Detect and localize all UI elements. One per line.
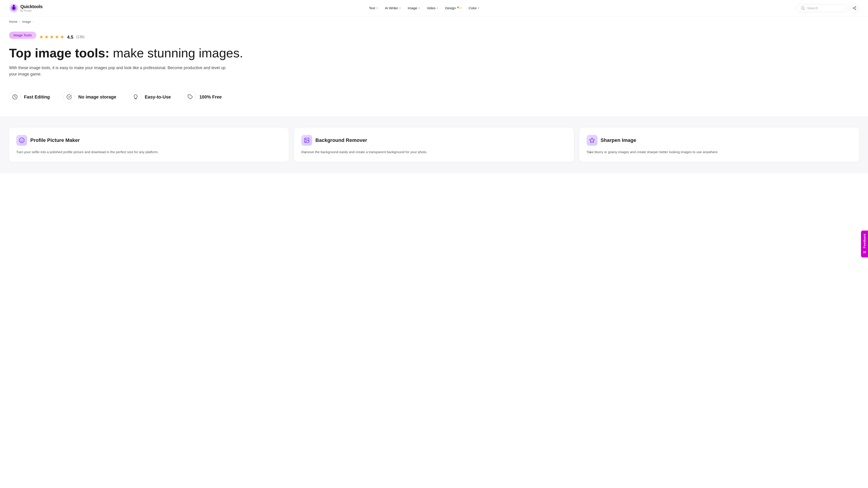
card-desc-2: Remove the background easily and create … — [301, 149, 566, 155]
feature-no-storage-label: No image storage — [78, 94, 116, 100]
card-arrow-1[interactable]: › — [16, 149, 24, 157]
hero-title-light: make stunning images. — [110, 46, 243, 60]
hero-description: With these image tools, it is easy to ma… — [9, 65, 226, 78]
feature-no-storage: No image storage — [63, 91, 116, 103]
free-icon — [184, 91, 196, 103]
chevron-down-icon: ▾ — [418, 7, 420, 9]
card-icon-bg-remover — [301, 135, 312, 146]
main-nav: Text ▾ AI Writer ▾ Image ▾ Video ▾ Desig… — [366, 4, 483, 12]
header: Quicktools By Picsart Text ▾ AI Writer ▾… — [0, 0, 868, 16]
logo-icon — [9, 3, 19, 13]
search-box[interactable]: Search — [797, 4, 846, 12]
card-title-2: Background Remover — [315, 137, 367, 143]
chevron-down-icon: ▾ — [478, 7, 479, 9]
breadcrumb-current[interactable]: Image — [22, 20, 31, 24]
svg-marker-20 — [590, 138, 594, 142]
logo-area: Quicktools By Picsart — [9, 3, 42, 13]
breadcrumb: Home › Image › — [0, 16, 868, 27]
card-background-remover: Background Remover Remove the background… — [294, 128, 574, 162]
easy-to-use-icon — [130, 91, 142, 103]
svg-point-3 — [13, 5, 15, 6]
card-title-1: Profile Picture Maker — [30, 137, 80, 143]
check-circle-icon — [66, 94, 72, 100]
smile-icon — [19, 137, 25, 143]
category-badge: Image Tools — [9, 32, 36, 39]
card-header-2: Background Remover — [301, 135, 566, 146]
nav-video[interactable]: Video ▾ — [424, 4, 441, 12]
feature-easy-to-use: Easy-to-Use — [130, 91, 171, 103]
cards-grid: Profile Picture Maker Turn your selfie i… — [9, 128, 859, 162]
nav-text[interactable]: Text ▾ — [366, 4, 381, 12]
star-rating: ★ ★ ★ ★ ★ — [39, 34, 64, 40]
rating-count: (136) — [76, 35, 84, 39]
chevron-down-icon: ▾ — [437, 7, 438, 9]
star-4: ★ — [55, 34, 59, 40]
breadcrumb-separator-1: › — [19, 20, 20, 24]
card-title-3: Sharpen Image — [600, 137, 636, 143]
chevron-down-icon: ▾ — [460, 7, 461, 9]
star-1: ★ — [39, 34, 43, 40]
nav-ai-writer-label: AI Writer — [385, 6, 398, 10]
card-arrow-3[interactable]: › — [587, 149, 595, 157]
svg-line-9 — [854, 8, 855, 9]
share-icon — [852, 6, 857, 10]
search-icon — [801, 6, 805, 10]
rating-score: 4.5 — [67, 35, 73, 40]
card-desc-3: Take blurry or grainy images and create … — [587, 149, 852, 155]
nav-design-label: Design — [445, 6, 456, 10]
feature-fast-editing: Fast Editing — [9, 91, 50, 103]
svg-line-10 — [854, 7, 855, 8]
fast-editing-icon — [9, 91, 21, 103]
cards-section: Profile Picture Maker Turn your selfie i… — [0, 116, 868, 173]
nav-color[interactable]: Color ▾ — [465, 4, 483, 12]
logo-text: Quicktools By Picsart — [20, 4, 42, 12]
chevron-down-icon: ▾ — [399, 7, 401, 9]
hero-title: Top image tools: make stunning images. — [9, 46, 859, 60]
nav-image-label: Image — [408, 6, 417, 10]
card-header-1: Profile Picture Maker — [16, 135, 281, 146]
svg-point-2 — [12, 6, 16, 10]
svg-point-15 — [19, 138, 24, 143]
sparkle-icon — [589, 137, 595, 143]
notification-dot — [457, 6, 459, 8]
card-header-3: Sharpen Image — [587, 135, 852, 146]
nav-color-label: Color — [469, 6, 477, 10]
nav-ai-writer[interactable]: AI Writer ▾ — [382, 4, 404, 12]
star-2: ★ — [44, 34, 49, 40]
card-arrow-2[interactable]: › — [301, 149, 309, 157]
rating-row: Image Tools ★ ★ ★ ★ ★ 4.5 (136) — [9, 32, 859, 42]
svg-line-5 — [804, 9, 804, 9]
no-storage-icon — [63, 91, 75, 103]
nav-text-label: Text — [369, 6, 375, 10]
card-profile-picture: Profile Picture Maker Turn your selfie i… — [9, 128, 289, 162]
nav-video-label: Video — [427, 6, 435, 10]
image-icon — [304, 137, 310, 143]
card-desc-1: Turn your selfie into a polished profile… — [16, 149, 281, 155]
timer-icon — [12, 94, 18, 100]
card-sharpen-image: Sharpen Image Take blurry or grainy imag… — [579, 128, 859, 162]
card-icon-profile — [16, 135, 27, 146]
chevron-down-icon: ▾ — [377, 7, 378, 9]
feature-free: 100% Free — [184, 91, 222, 103]
lightbulb-icon — [133, 94, 138, 100]
search-placeholder: Search — [807, 6, 818, 10]
hero-section: Image Tools ★ ★ ★ ★ ★ 4.5 (136) Top imag… — [0, 27, 868, 116]
breadcrumb-separator-2: › — [33, 20, 34, 24]
header-right: Search — [797, 4, 859, 13]
features-row: Fast Editing No image storage Easy-to-Us… — [9, 87, 859, 107]
logo-brand: Quicktools — [20, 4, 42, 9]
tag-icon — [188, 94, 193, 100]
logo-sub: By Picsart — [20, 9, 42, 12]
star-5-half: ★ — [60, 34, 64, 40]
feature-easy-to-use-label: Easy-to-Use — [145, 94, 171, 100]
svg-point-19 — [306, 139, 306, 140]
feature-fast-editing-label: Fast Editing — [24, 94, 50, 100]
card-icon-sharpen — [587, 135, 597, 146]
breadcrumb-home[interactable]: Home — [9, 20, 18, 24]
share-button[interactable] — [850, 4, 859, 13]
nav-image[interactable]: Image ▾ — [405, 4, 423, 12]
nav-design[interactable]: Design ▾ — [442, 4, 465, 12]
feature-free-label: 100% Free — [199, 94, 222, 100]
star-3: ★ — [50, 34, 54, 40]
hero-title-bold: Top image tools: — [9, 46, 110, 60]
